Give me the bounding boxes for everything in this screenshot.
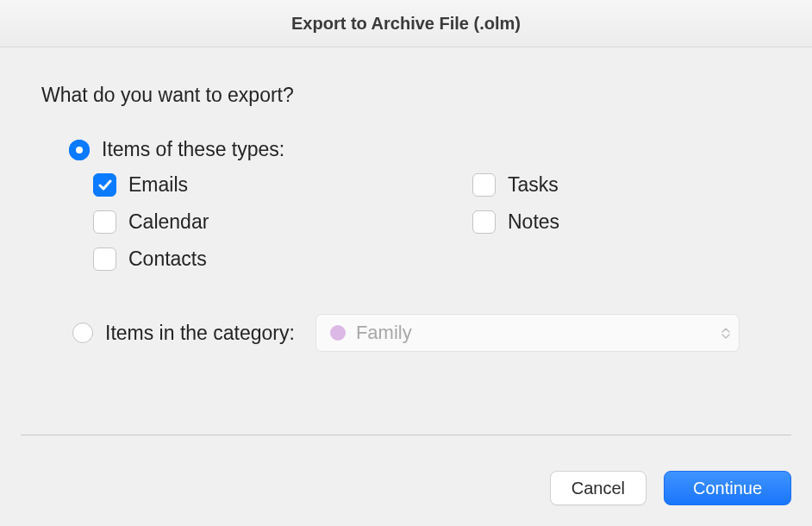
checkbox-notes-row[interactable]: Notes — [472, 210, 559, 234]
checkbox-calendar[interactable] — [93, 210, 116, 234]
checkbox-calendar-row[interactable]: Calendar — [93, 210, 472, 234]
radio-dot-icon — [76, 147, 83, 153]
checkbox-grid: Emails Calendar Contacts Tasks Notes — [93, 173, 771, 271]
footer-separator — [21, 435, 791, 435]
checkmark-icon — [98, 179, 112, 191]
option-types-row[interactable]: Items of these types: — [69, 138, 771, 161]
checkbox-emails[interactable] — [93, 173, 116, 197]
checkbox-calendar-label: Calendar — [128, 210, 209, 234]
radio-items-of-types[interactable] — [69, 140, 90, 160]
checkbox-emails-row[interactable]: Emails — [93, 173, 472, 197]
checkbox-contacts-row[interactable]: Contacts — [93, 247, 472, 271]
category-color-icon — [330, 325, 346, 341]
option-category-label: Items in the category: — [105, 322, 295, 345]
checkbox-emails-label: Emails — [128, 173, 188, 197]
checkbox-notes[interactable] — [472, 210, 496, 234]
checkbox-contacts[interactable] — [93, 247, 116, 271]
radio-items-in-category[interactable] — [72, 322, 93, 343]
checkbox-tasks-label: Tasks — [508, 173, 559, 197]
checkbox-tasks-row[interactable]: Tasks — [472, 173, 559, 197]
chevron-updown-icon — [721, 328, 730, 339]
prompt-label: What do you want to export? — [41, 84, 771, 107]
cancel-button[interactable]: Cancel — [550, 471, 646, 505]
option-category-row[interactable]: Items in the category: Family — [72, 314, 771, 352]
dialog-title: Export to Archive File (.olm) — [291, 14, 521, 34]
continue-button[interactable]: Continue — [664, 471, 791, 505]
option-types-label: Items of these types: — [102, 138, 284, 161]
category-dropdown[interactable]: Family — [315, 314, 740, 352]
checkbox-contacts-label: Contacts — [128, 247, 207, 271]
dialog-footer: Cancel Continue — [0, 435, 812, 526]
checkbox-tasks[interactable] — [472, 173, 496, 197]
dialog-content: What do you want to export? Items of the… — [0, 47, 812, 352]
titlebar: Export to Archive File (.olm) — [0, 0, 812, 47]
category-dropdown-value: Family — [356, 322, 721, 344]
footer-buttons: Cancel Continue — [21, 471, 791, 505]
checkbox-col-left: Emails Calendar Contacts — [93, 173, 472, 271]
checkbox-col-right: Tasks Notes — [472, 173, 559, 271]
checkbox-notes-label: Notes — [508, 210, 559, 234]
